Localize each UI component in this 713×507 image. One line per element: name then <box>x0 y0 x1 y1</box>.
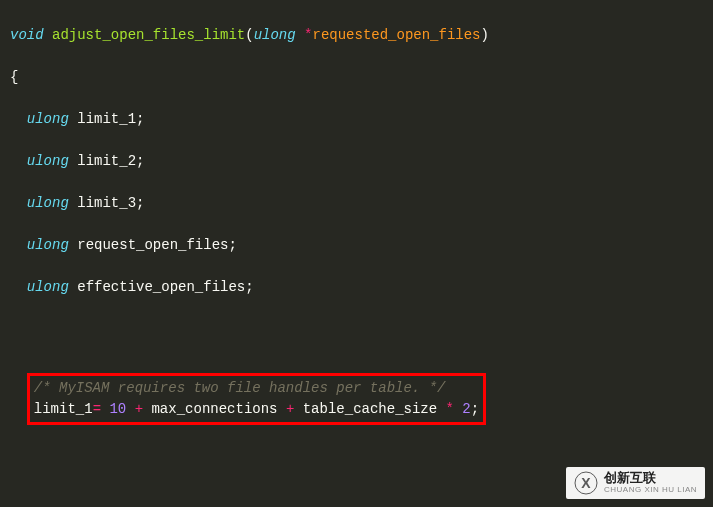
var-decl: effective_open_files; <box>69 279 254 295</box>
keyword-void: void <box>10 27 44 43</box>
type: ulong <box>27 237 69 253</box>
number: 2 <box>462 401 470 417</box>
var-decl: limit_3; <box>69 195 145 211</box>
svg-text:X: X <box>581 475 591 491</box>
type: ulong <box>27 111 69 127</box>
var: table_cache_size <box>303 401 437 417</box>
watermark: X 创新互联 CHUANG XIN HU LIAN <box>566 467 705 499</box>
type: ulong <box>27 153 69 169</box>
var-decl: limit_1; <box>69 111 145 127</box>
watermark-logo-icon: X <box>574 471 598 495</box>
type-ulong: ulong <box>254 27 296 43</box>
param-name: requested_open_files <box>312 27 480 43</box>
comment: /* MyISAM requires two file handles per … <box>34 378 479 399</box>
type: ulong <box>27 279 69 295</box>
watermark-text-en: CHUANG XIN HU LIAN <box>604 486 697 495</box>
var: max_connections <box>151 401 277 417</box>
var-decl: limit_2; <box>69 153 145 169</box>
watermark-text-cn: 创新互联 <box>604 471 697 485</box>
number: 10 <box>109 401 126 417</box>
type: ulong <box>27 195 69 211</box>
highlight-box-1: /* MyISAM requires two file handles per … <box>27 373 486 425</box>
function-name: adjust_open_files_limit <box>52 27 245 43</box>
code-editor: void adjust_open_files_limit(ulong *requ… <box>0 0 713 507</box>
var: limit_1 <box>34 401 93 417</box>
var-decl: request_open_files; <box>69 237 237 253</box>
brace-open: { <box>10 69 18 85</box>
